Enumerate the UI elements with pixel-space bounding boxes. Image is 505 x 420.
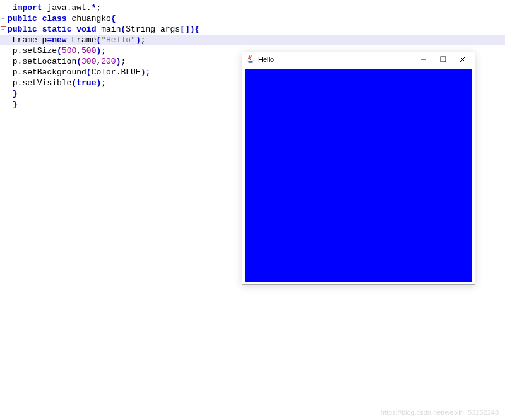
fold-minus-icon[interactable]: − [1, 16, 6, 21]
code-text: public class chuangko{ [6, 13, 116, 24]
code-editor[interactable]: import java.awt.*;−public class chuangko… [0, 0, 505, 420]
gutter: − [0, 16, 6, 21]
code-line[interactable]: Frame p=new Frame("Hello"); [0, 35, 505, 45]
frame-body [245, 69, 472, 282]
code-text: import java.awt.*; [6, 3, 101, 13]
minimize-button[interactable] [419, 55, 428, 64]
code-text: p.setBackground(Color.BLUE); [6, 67, 150, 78]
java-icon [246, 55, 255, 64]
code-text: p.setVisible(true); [6, 78, 106, 88]
close-button[interactable] [458, 55, 467, 64]
code-text: public static void main(String args[]){ [6, 24, 199, 35]
code-line[interactable]: import java.awt.*; [0, 3, 505, 13]
code-line[interactable]: −public static void main(String args[]){ [0, 24, 505, 35]
code-text: } [6, 88, 18, 99]
svg-rect-1 [441, 57, 446, 62]
gutter: − [0, 26, 6, 32]
maximize-button[interactable] [439, 55, 448, 64]
code-text: p.setLocation(300,200); [6, 56, 126, 67]
fold-minus-icon[interactable]: − [1, 26, 6, 32]
titlebar[interactable]: Hello [242, 52, 475, 66]
code-text: p.setSize(500,500); [6, 45, 106, 56]
code-text: Frame p=new Frame("Hello"); [6, 35, 146, 45]
java-frame-window[interactable]: Hello [242, 52, 475, 285]
window-controls [419, 55, 472, 64]
watermark: https://blog.csdn.net/weixin_53252248 [381, 409, 499, 416]
code-line[interactable]: −public class chuangko{ [0, 13, 505, 24]
window-title: Hello [258, 55, 419, 63]
code-text: } [6, 99, 18, 110]
